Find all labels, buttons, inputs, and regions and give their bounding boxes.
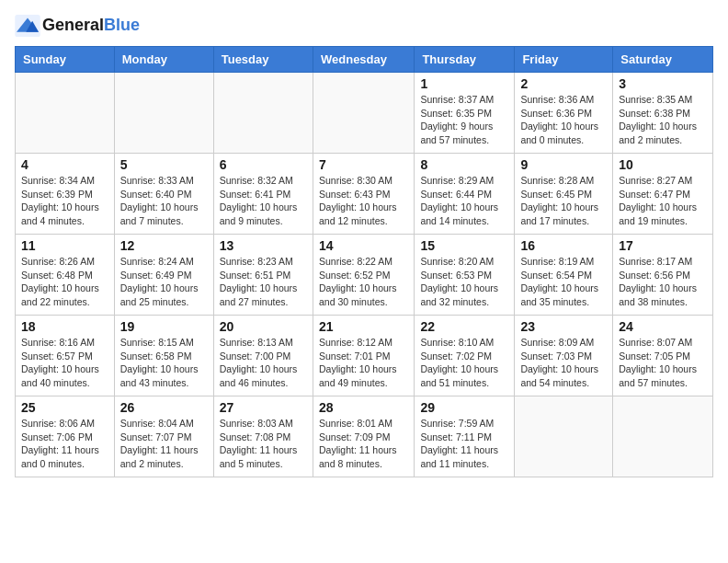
day-number: 8 bbox=[420, 157, 508, 172]
day-info: Sunrise: 8:01 AM Sunset: 7:09 PM Dayligh… bbox=[319, 417, 408, 471]
day-number: 21 bbox=[319, 319, 408, 334]
day-header-sunday: Sunday bbox=[16, 47, 115, 73]
day-info: Sunrise: 8:15 AM Sunset: 6:58 PM Dayligh… bbox=[120, 336, 208, 390]
day-info: Sunrise: 8:33 AM Sunset: 6:40 PM Dayligh… bbox=[120, 174, 208, 228]
day-number: 23 bbox=[520, 319, 607, 334]
logo: GeneralBlue bbox=[15, 15, 140, 37]
calendar-cell bbox=[16, 73, 115, 154]
calendar-cell: 18Sunrise: 8:16 AM Sunset: 6:57 PM Dayli… bbox=[16, 316, 115, 396]
calendar-cell: 29Sunrise: 7:59 AM Sunset: 7:11 PM Dayli… bbox=[415, 396, 515, 477]
day-info: Sunrise: 8:19 AM Sunset: 6:54 PM Dayligh… bbox=[520, 255, 607, 309]
day-number: 13 bbox=[220, 238, 307, 253]
day-info: Sunrise: 8:09 AM Sunset: 7:03 PM Dayligh… bbox=[520, 336, 607, 390]
calendar-cell: 11Sunrise: 8:26 AM Sunset: 6:48 PM Dayli… bbox=[16, 235, 115, 316]
day-info: Sunrise: 8:37 AM Sunset: 6:35 PM Dayligh… bbox=[420, 93, 508, 147]
day-header-friday: Friday bbox=[515, 47, 613, 73]
day-header-thursday: Thursday bbox=[415, 47, 515, 73]
day-number: 26 bbox=[120, 400, 208, 415]
day-info: Sunrise: 8:32 AM Sunset: 6:41 PM Dayligh… bbox=[220, 174, 307, 228]
day-info: Sunrise: 8:30 AM Sunset: 6:43 PM Dayligh… bbox=[319, 174, 408, 228]
day-header-saturday: Saturday bbox=[613, 47, 713, 73]
day-info: Sunrise: 8:23 AM Sunset: 6:51 PM Dayligh… bbox=[220, 255, 307, 309]
day-number: 20 bbox=[220, 319, 307, 334]
calendar-cell: 6Sunrise: 8:32 AM Sunset: 6:41 PM Daylig… bbox=[213, 154, 313, 235]
day-info: Sunrise: 8:03 AM Sunset: 7:08 PM Dayligh… bbox=[220, 417, 307, 471]
calendar-cell: 24Sunrise: 8:07 AM Sunset: 7:05 PM Dayli… bbox=[613, 316, 713, 396]
calendar-cell: 15Sunrise: 8:20 AM Sunset: 6:53 PM Dayli… bbox=[415, 235, 515, 316]
day-info: Sunrise: 8:12 AM Sunset: 7:01 PM Dayligh… bbox=[319, 336, 408, 390]
day-number: 12 bbox=[120, 238, 208, 253]
calendar-cell: 10Sunrise: 8:27 AM Sunset: 6:47 PM Dayli… bbox=[613, 154, 713, 235]
day-number: 28 bbox=[319, 400, 408, 415]
day-info: Sunrise: 8:34 AM Sunset: 6:39 PM Dayligh… bbox=[21, 174, 108, 228]
calendar-cell bbox=[213, 73, 313, 154]
calendar-cell: 13Sunrise: 8:23 AM Sunset: 6:51 PM Dayli… bbox=[213, 235, 313, 316]
day-info: Sunrise: 8:35 AM Sunset: 6:38 PM Dayligh… bbox=[619, 93, 707, 147]
logo-text: GeneralBlue bbox=[42, 17, 140, 35]
day-number: 4 bbox=[21, 157, 108, 172]
day-info: Sunrise: 8:28 AM Sunset: 6:45 PM Dayligh… bbox=[520, 174, 607, 228]
day-info: Sunrise: 8:07 AM Sunset: 7:05 PM Dayligh… bbox=[619, 336, 707, 390]
day-info: Sunrise: 8:36 AM Sunset: 6:36 PM Dayligh… bbox=[520, 93, 607, 147]
day-info: Sunrise: 8:04 AM Sunset: 7:07 PM Dayligh… bbox=[120, 417, 208, 471]
calendar-cell: 16Sunrise: 8:19 AM Sunset: 6:54 PM Dayli… bbox=[515, 235, 613, 316]
day-number: 17 bbox=[619, 238, 707, 253]
calendar-cell: 17Sunrise: 8:17 AM Sunset: 6:56 PM Dayli… bbox=[613, 235, 713, 316]
day-number: 6 bbox=[220, 157, 307, 172]
day-number: 1 bbox=[420, 76, 508, 91]
day-number: 7 bbox=[319, 157, 408, 172]
day-info: Sunrise: 8:10 AM Sunset: 7:02 PM Dayligh… bbox=[420, 336, 508, 390]
calendar-cell: 8Sunrise: 8:29 AM Sunset: 6:44 PM Daylig… bbox=[415, 154, 515, 235]
day-number: 10 bbox=[619, 157, 707, 172]
calendar-cell: 9Sunrise: 8:28 AM Sunset: 6:45 PM Daylig… bbox=[515, 154, 613, 235]
day-number: 3 bbox=[619, 76, 707, 91]
day-number: 5 bbox=[120, 157, 208, 172]
day-number: 25 bbox=[21, 400, 108, 415]
calendar-cell: 7Sunrise: 8:30 AM Sunset: 6:43 PM Daylig… bbox=[313, 154, 414, 235]
day-number: 15 bbox=[420, 238, 508, 253]
day-number: 18 bbox=[21, 319, 108, 334]
day-info: Sunrise: 8:22 AM Sunset: 6:52 PM Dayligh… bbox=[319, 255, 408, 309]
calendar-cell bbox=[515, 396, 613, 477]
logo-icon bbox=[15, 15, 40, 37]
day-number: 16 bbox=[520, 238, 607, 253]
day-number: 27 bbox=[220, 400, 307, 415]
day-number: 24 bbox=[619, 319, 707, 334]
day-number: 14 bbox=[319, 238, 408, 253]
calendar-cell: 28Sunrise: 8:01 AM Sunset: 7:09 PM Dayli… bbox=[313, 396, 414, 477]
calendar-cell: 4Sunrise: 8:34 AM Sunset: 6:39 PM Daylig… bbox=[16, 154, 115, 235]
day-info: Sunrise: 8:29 AM Sunset: 6:44 PM Dayligh… bbox=[420, 174, 508, 228]
day-number: 11 bbox=[21, 238, 108, 253]
calendar-cell: 3Sunrise: 8:35 AM Sunset: 6:38 PM Daylig… bbox=[613, 73, 713, 154]
calendar-cell: 19Sunrise: 8:15 AM Sunset: 6:58 PM Dayli… bbox=[114, 316, 213, 396]
calendar-cell: 1Sunrise: 8:37 AM Sunset: 6:35 PM Daylig… bbox=[415, 73, 515, 154]
day-number: 22 bbox=[420, 319, 508, 334]
calendar-cell: 14Sunrise: 8:22 AM Sunset: 6:52 PM Dayli… bbox=[313, 235, 414, 316]
day-info: Sunrise: 8:16 AM Sunset: 6:57 PM Dayligh… bbox=[21, 336, 108, 390]
calendar-cell: 22Sunrise: 8:10 AM Sunset: 7:02 PM Dayli… bbox=[415, 316, 515, 396]
calendar-cell bbox=[313, 73, 414, 154]
calendar-cell: 20Sunrise: 8:13 AM Sunset: 7:00 PM Dayli… bbox=[213, 316, 313, 396]
calendar-cell bbox=[613, 396, 713, 477]
day-info: Sunrise: 8:20 AM Sunset: 6:53 PM Dayligh… bbox=[420, 255, 508, 309]
day-info: Sunrise: 7:59 AM Sunset: 7:11 PM Dayligh… bbox=[420, 417, 508, 471]
day-number: 9 bbox=[520, 157, 607, 172]
calendar-cell: 21Sunrise: 8:12 AM Sunset: 7:01 PM Dayli… bbox=[313, 316, 414, 396]
day-info: Sunrise: 8:27 AM Sunset: 6:47 PM Dayligh… bbox=[619, 174, 707, 228]
day-number: 29 bbox=[420, 400, 508, 415]
day-info: Sunrise: 8:17 AM Sunset: 6:56 PM Dayligh… bbox=[619, 255, 707, 309]
day-info: Sunrise: 8:26 AM Sunset: 6:48 PM Dayligh… bbox=[21, 255, 108, 309]
calendar-cell: 2Sunrise: 8:36 AM Sunset: 6:36 PM Daylig… bbox=[515, 73, 613, 154]
calendar-cell: 12Sunrise: 8:24 AM Sunset: 6:49 PM Dayli… bbox=[114, 235, 213, 316]
calendar-cell: 27Sunrise: 8:03 AM Sunset: 7:08 PM Dayli… bbox=[213, 396, 313, 477]
day-header-tuesday: Tuesday bbox=[213, 47, 313, 73]
calendar-cell: 25Sunrise: 8:06 AM Sunset: 7:06 PM Dayli… bbox=[16, 396, 115, 477]
day-info: Sunrise: 8:24 AM Sunset: 6:49 PM Dayligh… bbox=[120, 255, 208, 309]
day-number: 2 bbox=[520, 76, 607, 91]
calendar-cell: 23Sunrise: 8:09 AM Sunset: 7:03 PM Dayli… bbox=[515, 316, 613, 396]
day-number: 19 bbox=[120, 319, 208, 334]
day-info: Sunrise: 8:06 AM Sunset: 7:06 PM Dayligh… bbox=[21, 417, 108, 471]
calendar: SundayMondayTuesdayWednesdayThursdayFrid… bbox=[15, 46, 713, 477]
day-header-monday: Monday bbox=[114, 47, 213, 73]
calendar-cell bbox=[114, 73, 213, 154]
